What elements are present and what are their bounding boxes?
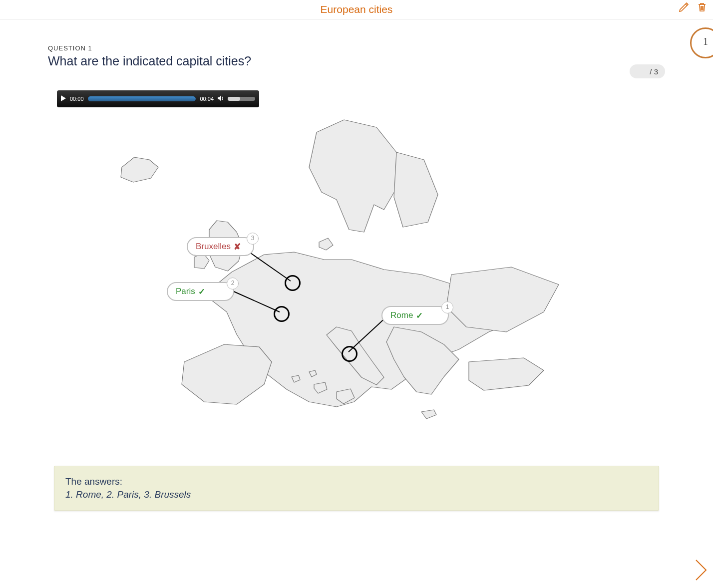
correct-icon: ✓ [416,310,423,321]
europe-map [102,112,611,447]
answers-title: The answers: [65,476,648,487]
volume-slider[interactable] [228,97,255,101]
label-bruxelles-text: Bruxelles [196,242,231,252]
label-bruxelles-num: 3 [247,233,259,245]
audio-player[interactable]: 00:00 00:04 [57,90,259,107]
label-paris[interactable]: Paris ✓ 2 [167,282,234,301]
delete-icon[interactable] [695,1,709,15]
edit-icon[interactable] [677,1,691,15]
question-content: QUESTION 1 What are the indicated capita… [0,19,713,511]
target-rome[interactable] [342,346,357,362]
label-bruxelles[interactable]: Bruxelles ✘ 3 [187,237,254,256]
label-paris-num: 2 [227,278,239,290]
label-rome-num: 1 [441,301,453,313]
target-brussels[interactable] [285,275,301,291]
audio-progress[interactable] [88,96,196,101]
question-text: What are the indicated capital cities? [48,54,665,68]
score-total: / 3 [650,67,658,76]
answers-line: 1. Rome, 2. Paris, 3. Brussels [65,489,648,500]
title-bar: European cities [0,0,713,19]
question-number: QUESTION 1 [48,44,665,52]
next-button[interactable] [694,559,708,583]
audio-current-time: 00:00 [70,96,84,102]
label-rome-text: Rome [390,310,413,320]
wrong-icon: ✘ [234,242,241,252]
label-rome[interactable]: Rome ✓ 1 [381,306,449,325]
audio-total-time: 00:04 [200,96,214,102]
page-title: European cities [321,3,393,15]
play-icon[interactable] [61,95,66,102]
title-bar-actions [677,1,709,15]
correct-icon: ✓ [198,287,205,297]
target-paris[interactable] [274,306,290,322]
answers-box: The answers: 1. Rome, 2. Paris, 3. Bruss… [54,466,659,511]
score-badge: / 3 [630,64,665,78]
map-area: Bruxelles ✘ 3 Paris ✓ 2 Rome ✓ 1 [102,112,611,447]
volume-icon[interactable] [218,95,225,102]
label-paris-text: Paris [176,287,195,296]
